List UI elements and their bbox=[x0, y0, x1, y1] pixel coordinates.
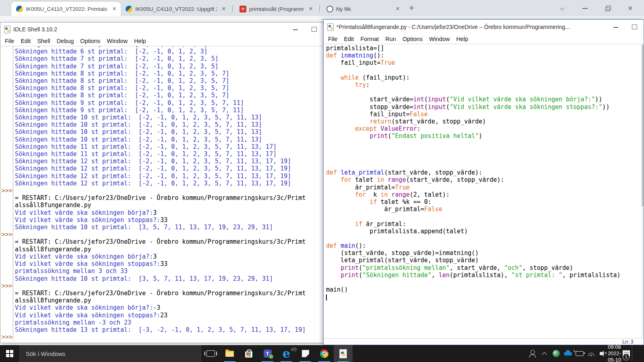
shell-line: Sökningen hittade 13 st primtal: [-3, -2… bbox=[1, 326, 323, 333]
shell-line: Sökningen hittade 11 st primtal: [-2, -1… bbox=[1, 150, 323, 158]
onedrive-button[interactable] bbox=[562, 345, 574, 362]
show-desktop-button[interactable] bbox=[632, 345, 644, 362]
task-view-button[interactable] bbox=[201, 345, 220, 362]
shell-menu-help[interactable]: Help bbox=[131, 38, 149, 44]
tab-search-chevron-icon[interactable] bbox=[551, 0, 574, 16]
volume-button[interactable] bbox=[597, 345, 609, 362]
shell-gutter bbox=[1, 260, 13, 267]
tab-close-button[interactable]: × bbox=[307, 5, 315, 13]
code-line bbox=[326, 293, 644, 300]
idle-editor-window: *Primtalssåll8fungerande.py - C:/Users/j… bbox=[323, 19, 644, 345]
editor-menu-help[interactable]: Help bbox=[453, 36, 471, 42]
chrome-button[interactable] bbox=[315, 345, 334, 362]
code-line bbox=[326, 235, 644, 242]
teams-button[interactable]: T bbox=[258, 345, 277, 362]
volume-muted-icon bbox=[600, 352, 603, 355]
browser-tab[interactable]: IK005U_C4110_VT2022: Primtalss× bbox=[11, 2, 121, 16]
browser-tab[interactable]: IK005U_C4110_VT2022: Uppgift 3× bbox=[121, 2, 230, 16]
code-line: print("Sökningen hittade", len(primtalsl… bbox=[326, 272, 644, 279]
browser-window-controls: × bbox=[551, 0, 642, 16]
sticky-notes-button[interactable] bbox=[296, 345, 315, 362]
editor-titlebar[interactable]: *Primtalssåll8fungerande.py - C:/Users/j… bbox=[324, 20, 644, 34]
network-globe-icon bbox=[553, 350, 560, 357]
shell-prompt: >>> bbox=[1, 231, 13, 238]
tab-divider bbox=[319, 5, 320, 12]
tab-close-button[interactable]: × bbox=[394, 5, 402, 13]
editor-code-area[interactable]: primtalslista=[]def inmatning(): fail_in… bbox=[326, 45, 644, 338]
browser-tab[interactable]: ÷primtalssåll (Programmering/Pyt× bbox=[235, 2, 317, 16]
shell-gutter bbox=[1, 326, 13, 333]
shell-menu-options[interactable]: Options bbox=[77, 38, 103, 44]
shell-menu-window[interactable]: Window bbox=[103, 38, 131, 44]
shell-gutter bbox=[1, 319, 13, 326]
shell-line: >>> bbox=[1, 282, 323, 290]
code-line: fail_input=False bbox=[326, 111, 644, 118]
shell-menu-shell[interactable]: Shell bbox=[34, 38, 53, 44]
taskbar-clock[interactable]: 09:08 2022-05-10 bbox=[609, 345, 620, 362]
action-center-button[interactable]: 1 bbox=[620, 345, 632, 362]
browser-restore-button[interactable] bbox=[597, 0, 619, 16]
python-idle-button[interactable] bbox=[334, 345, 353, 362]
browser-minimize-button[interactable] bbox=[574, 0, 597, 16]
clock-date: 2022-05-10 bbox=[608, 350, 621, 362]
shell-output-area[interactable]: Sökningen hittade 6 st primtal: [-2, -1,… bbox=[1, 46, 323, 343]
browser-tab[interactable]: Ny flik× bbox=[322, 2, 404, 16]
shell-gutter bbox=[1, 55, 13, 62]
shell-line: Sökningen hittade 10 st primtal: [3, 5, … bbox=[1, 275, 323, 282]
network-globe-button[interactable] bbox=[550, 345, 562, 362]
shell-minimize-button[interactable] bbox=[286, 23, 305, 36]
shell-gutter bbox=[1, 150, 13, 158]
shell-line: >>> bbox=[1, 231, 323, 238]
code-line: return(start_värde, stopp_värde) bbox=[326, 118, 644, 125]
tray-expand-button[interactable] bbox=[539, 345, 550, 362]
shell-menu-edit[interactable]: Edit bbox=[17, 38, 34, 44]
shell-menu-file[interactable]: File bbox=[2, 38, 17, 44]
editor-menu-run[interactable]: Run bbox=[382, 36, 399, 42]
tab-title: Ny flik bbox=[336, 6, 391, 12]
editor-minimize-button[interactable] bbox=[607, 20, 625, 34]
shell-line: = RESTART: C:/Users/jefor23/OneDrive - Ö… bbox=[1, 194, 323, 202]
shell-gutter bbox=[1, 48, 13, 55]
editor-scrollbar[interactable] bbox=[642, 45, 644, 338]
editor-menu-options[interactable]: Options bbox=[399, 36, 426, 42]
shell-line: Sökningen hittade 8 st primtal: [-2, -1,… bbox=[1, 70, 323, 77]
shell-prompt: >>> bbox=[1, 282, 13, 290]
new-tab-button[interactable]: + bbox=[409, 4, 414, 12]
editor-menu-file[interactable]: File bbox=[325, 36, 341, 42]
shell-maximize-button[interactable] bbox=[305, 23, 323, 36]
code-line: def leta_primtal(start_värde, stopp_värd… bbox=[326, 169, 644, 176]
editor-menu-edit[interactable]: Edit bbox=[341, 36, 357, 42]
editor-menu-window[interactable]: Window bbox=[426, 36, 453, 42]
shell-titlebar[interactable]: IDLE Shell 3.10.2 bbox=[0, 23, 323, 36]
shell-gutter bbox=[1, 267, 13, 275]
shell-line: Sökningen hittade 6 st primtal: [-2, -1,… bbox=[1, 48, 323, 55]
shell-gutter bbox=[1, 290, 13, 297]
onedrive-icon bbox=[564, 352, 572, 356]
edge-button[interactable]: e 49 bbox=[277, 345, 296, 362]
editor-maximize-button[interactable] bbox=[625, 20, 644, 34]
editor-menu-format[interactable]: Format bbox=[357, 36, 382, 42]
status-line-col: Ln: 3 bbox=[622, 339, 634, 345]
taskbar-search-input[interactable]: Sök i Windows bbox=[19, 345, 201, 362]
shell-line: = RESTART: C:/Users/jefor23/OneDrive - Ö… bbox=[1, 238, 323, 245]
shell-menu-debug[interactable]: Debug bbox=[54, 38, 77, 44]
battery-button[interactable] bbox=[574, 345, 585, 362]
shell-gutter bbox=[1, 99, 13, 107]
start-button[interactable] bbox=[0, 345, 19, 362]
sticky-notes-icon bbox=[302, 350, 309, 357]
browser-close-button[interactable]: × bbox=[619, 0, 642, 16]
battery-icon bbox=[576, 351, 584, 356]
python-file-icon bbox=[4, 26, 10, 33]
idle-shell-window: IDLE Shell 3.10.2 FileEditShellDebugOpti… bbox=[0, 22, 324, 343]
microsoft-store-button[interactable] bbox=[239, 345, 258, 362]
wifi-button[interactable] bbox=[585, 345, 597, 362]
tab-close-button[interactable]: × bbox=[220, 5, 228, 13]
shell-gutter bbox=[1, 209, 13, 216]
people-button[interactable] bbox=[527, 345, 539, 362]
editor-menubar: FileEditFormatRunOptionsWindowHelp bbox=[324, 34, 644, 44]
shell-gutter bbox=[1, 84, 13, 92]
shell-line: Sökningen hittade 7 st primtal: [-2, -1,… bbox=[1, 55, 323, 62]
tab-close-button[interactable]: × bbox=[110, 5, 118, 13]
tab-divider bbox=[232, 5, 233, 12]
file-explorer-button[interactable] bbox=[220, 345, 239, 362]
